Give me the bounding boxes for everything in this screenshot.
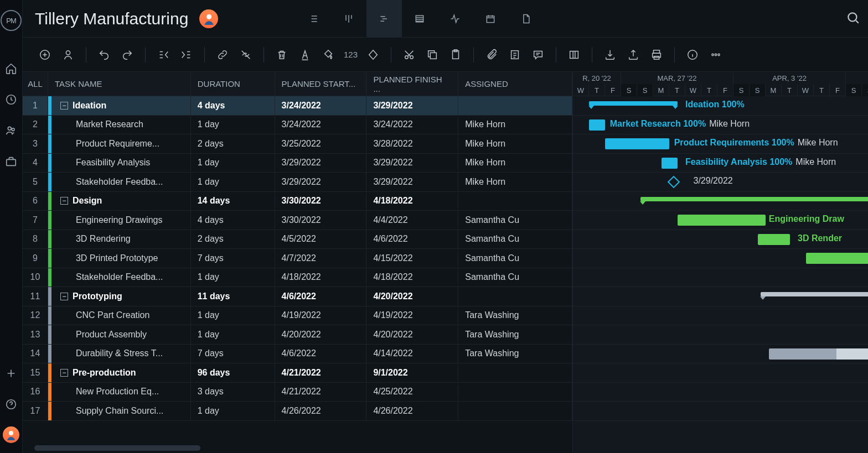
cell-assigned[interactable]: Mike Horn xyxy=(458,154,572,173)
cell-taskname[interactable]: CNC Part Creation xyxy=(51,306,191,325)
view-calendar-icon[interactable] xyxy=(473,0,508,38)
clock-icon[interactable] xyxy=(0,88,22,111)
cell-start[interactable]: 4/5/2022 xyxy=(275,230,367,249)
import-icon[interactable] xyxy=(600,45,620,65)
table-row[interactable]: 17Supply Chain Sourci...1 day4/26/20224/… xyxy=(23,402,572,421)
cell-start[interactable]: 3/24/2022 xyxy=(275,96,367,115)
cell-start[interactable]: 4/6/2022 xyxy=(275,287,367,306)
plus-icon[interactable] xyxy=(0,362,22,384)
cell-finish[interactable]: 3/29/2022 xyxy=(366,96,458,115)
table-row[interactable]: 14Durability & Stress T...7 days4/6/2022… xyxy=(23,345,572,364)
view-board-icon[interactable] xyxy=(331,0,366,38)
view-sheet-icon[interactable] xyxy=(402,0,437,38)
cell-duration[interactable]: 1 day xyxy=(191,154,275,173)
cell-finish[interactable]: 4/19/2022 xyxy=(366,306,458,325)
cell-finish[interactable]: 4/18/2022 xyxy=(366,268,458,287)
print-icon[interactable] xyxy=(647,45,666,65)
cell-taskname[interactable]: Product Requireme... xyxy=(51,134,191,153)
cell-duration[interactable]: 7 days xyxy=(191,345,275,363)
table-row[interactable]: 5Stakeholder Feedba...1 day3/29/20223/29… xyxy=(23,173,572,192)
cell-assigned[interactable]: Tara Washing xyxy=(458,325,572,344)
table-row[interactable]: 15−Pre-production96 days4/21/20229/1/202… xyxy=(23,363,572,383)
col-start[interactable]: PLANNED START... xyxy=(275,72,367,96)
cell-taskname[interactable]: 3D Rendering xyxy=(51,230,191,249)
cell-duration[interactable]: 1 day xyxy=(191,116,275,134)
cell-start[interactable]: 4/21/2022 xyxy=(275,363,367,382)
export-icon[interactable] xyxy=(623,45,643,65)
gantt-bar[interactable] xyxy=(678,215,766,226)
cell-finish[interactable]: 3/28/2022 xyxy=(366,134,458,153)
briefcase-icon[interactable] xyxy=(0,150,22,173)
number-format-icon[interactable]: 123 xyxy=(342,50,360,59)
cell-taskname[interactable]: Durability & Stress T... xyxy=(51,345,191,363)
gantt-bar[interactable] xyxy=(589,101,678,106)
gantt-bar[interactable] xyxy=(662,158,678,169)
add-task-icon[interactable] xyxy=(35,45,55,65)
cell-taskname[interactable]: −Design xyxy=(51,192,191,211)
user-avatar-icon[interactable] xyxy=(3,426,19,443)
cell-taskname[interactable]: Market Research xyxy=(51,116,191,134)
table-row[interactable]: 10Stakeholder Feedba...1 day4/18/20224/1… xyxy=(23,268,572,288)
help-icon[interactable] xyxy=(0,393,22,415)
cell-finish[interactable]: 9/1/2022 xyxy=(366,363,458,382)
project-avatar-icon[interactable] xyxy=(199,9,218,28)
table-row[interactable]: 7Engineering Drawings4 days3/30/20224/4/… xyxy=(23,211,572,230)
cell-assigned[interactable]: Mike Horn xyxy=(458,134,572,153)
cell-finish[interactable]: 4/20/2022 xyxy=(366,325,458,344)
col-assigned[interactable]: ASSIGNED xyxy=(458,72,572,96)
paste-icon[interactable] xyxy=(446,45,466,65)
copy-icon[interactable] xyxy=(422,45,442,65)
collapse-icon[interactable]: − xyxy=(60,293,68,300)
cell-duration[interactable]: 7 days xyxy=(191,249,275,268)
cell-taskname[interactable]: Stakeholder Feedba... xyxy=(51,268,191,287)
cell-start[interactable]: 4/7/2022 xyxy=(275,249,367,268)
cell-assigned[interactable] xyxy=(458,383,572,402)
table-row[interactable]: 93D Printed Prototype7 days4/7/20224/15/… xyxy=(23,249,572,268)
cell-duration[interactable]: 11 days xyxy=(191,287,275,306)
text-style-icon[interactable] xyxy=(295,45,315,65)
cell-taskname[interactable]: Feasibility Analysis xyxy=(51,154,191,173)
cell-duration[interactable]: 1 day xyxy=(191,306,275,325)
cell-taskname[interactable]: −Prototyping xyxy=(51,287,191,306)
people-icon[interactable] xyxy=(0,119,22,142)
cell-assigned[interactable] xyxy=(458,287,572,306)
gantt-bar[interactable] xyxy=(769,348,868,360)
cut-icon[interactable] xyxy=(399,45,419,65)
col-taskname[interactable]: TASK NAME xyxy=(48,72,191,96)
cell-assigned[interactable]: Mike Horn xyxy=(458,173,572,191)
cell-duration[interactable]: 2 days xyxy=(191,134,275,153)
cell-duration[interactable]: 96 days xyxy=(191,363,275,382)
cell-start[interactable]: 3/29/2022 xyxy=(275,173,367,191)
table-row[interactable]: 12CNC Part Creation1 day4/19/20224/19/20… xyxy=(23,306,572,326)
cell-duration[interactable]: 1 day xyxy=(191,268,275,287)
gantt-bar[interactable] xyxy=(640,197,868,201)
cell-finish[interactable]: 4/25/2022 xyxy=(366,383,458,402)
unlink-icon[interactable] xyxy=(236,45,256,65)
cell-taskname[interactable]: −Pre-production xyxy=(51,363,191,382)
collapse-icon[interactable]: − xyxy=(60,369,68,377)
cell-start[interactable]: 3/24/2022 xyxy=(275,116,367,134)
cell-finish[interactable]: 3/24/2022 xyxy=(366,116,458,134)
cell-assigned[interactable]: Tara Washing xyxy=(458,345,572,363)
cell-finish[interactable]: 3/29/2022 xyxy=(366,173,458,191)
table-row[interactable]: 1−Ideation4 days3/24/20223/29/2022 xyxy=(23,96,572,116)
cell-assigned[interactable] xyxy=(458,96,572,115)
table-row[interactable]: 6−Design14 days3/30/20224/18/2022 xyxy=(23,192,572,211)
gantt-bar[interactable] xyxy=(589,119,605,131)
cell-start[interactable]: 4/19/2022 xyxy=(275,306,367,325)
cell-start[interactable]: 3/30/2022 xyxy=(275,211,367,230)
notes-icon[interactable] xyxy=(505,45,525,65)
cell-duration[interactable]: 4 days xyxy=(191,96,275,115)
gantt-bar[interactable] xyxy=(605,138,669,149)
search-icon[interactable] xyxy=(840,5,866,33)
link-icon[interactable] xyxy=(213,45,232,65)
cell-assigned[interactable]: Samantha Cu xyxy=(458,230,572,249)
cell-taskname[interactable]: Product Assembly xyxy=(51,325,191,344)
col-finish[interactable]: PLANNED FINISH ... xyxy=(366,72,458,96)
view-file-icon[interactable] xyxy=(508,0,544,38)
cell-finish[interactable]: 4/4/2022 xyxy=(366,211,458,230)
cell-start[interactable]: 4/21/2022 xyxy=(275,383,367,402)
home-icon[interactable] xyxy=(0,58,22,80)
assign-user-icon[interactable] xyxy=(58,45,78,65)
cell-finish[interactable]: 4/14/2022 xyxy=(366,345,458,363)
